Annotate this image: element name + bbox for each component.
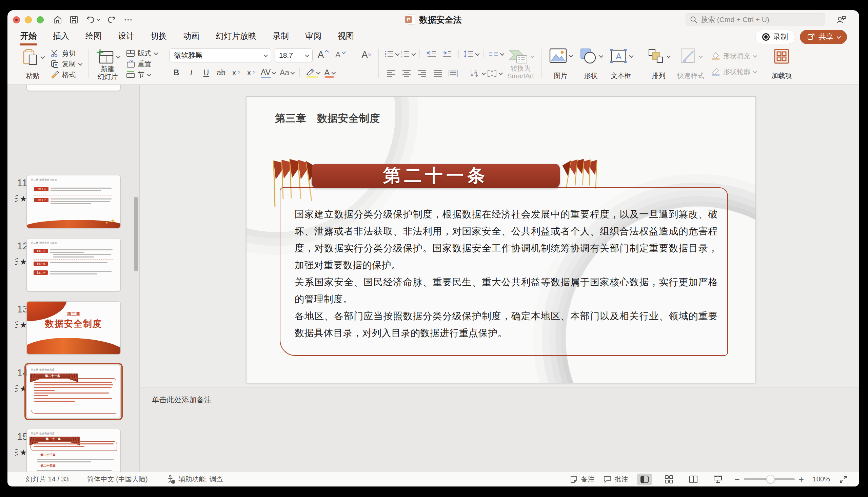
minimize-window-button[interactable] [25,16,32,24]
accessibility-status[interactable]: ! 辅助功能: 调查 [166,474,223,484]
thumbnail-slide-13[interactable]: 13 ★ 第三章 数据安全制度 [8,301,139,356]
bold-button[interactable]: B [170,66,183,79]
slide-body-text[interactable]: 国家建立数据分类分级保护制度，根据数据在经济社会发展中的重要程度，以及一旦遭到篡… [295,206,718,342]
thumbnail-slide-10-partial[interactable] [8,85,139,91]
line-spacing-button[interactable] [464,48,479,60]
thumbnail-slide-11[interactable]: 11 ★ 第二章 数据安全与发展 【第十六条】 【第十七条】 ★ ★ [8,175,139,229]
slide-title[interactable]: 第三章 数据安全制度 [275,112,380,126]
thumbnail-slide-12[interactable]: 12 ★ 第二章 数据安全与发展 【第十八条】 【第十九条】 【第二十条】 [8,238,139,293]
reset-button[interactable]: 重置 [125,59,158,69]
increase-indent-button[interactable] [440,48,454,60]
presence-contact-icon[interactable] [836,15,846,25]
zoom-slider-thumb[interactable] [766,475,775,483]
superscript-button[interactable]: x2 [229,66,243,79]
copy-button[interactable]: 复制 [49,59,83,69]
slide-14-editing-surface[interactable]: 第三章 数据安全制度 [246,96,756,383]
record-button[interactable]: 录制 [755,30,795,44]
tab-review[interactable]: 审阅 [305,29,322,45]
text-direction-button[interactable]: A [470,68,485,79]
slideshow-view-button[interactable] [710,473,725,485]
search-box[interactable] [686,13,825,26]
comments-toggle[interactable]: 批注 [603,474,628,484]
fullscreen-button[interactable] [839,475,848,484]
align-right-button[interactable] [415,68,429,79]
arrange-button[interactable]: 排列 [646,45,672,82]
addins-button[interactable]: 加载项 [769,45,794,82]
zoom-window-button[interactable] [36,16,44,24]
justify-button[interactable] [431,68,444,79]
share-button[interactable]: 共享 [800,30,847,44]
normal-view-button[interactable] [637,473,652,485]
format-painter-button[interactable]: 格式 [49,70,83,80]
close-window-button[interactable] [13,16,20,24]
slide-editor-canvas[interactable]: 第三章 数据安全制度 [140,85,859,387]
tab-view[interactable]: 视图 [337,29,355,45]
more-commands-icon[interactable]: ⋯ [124,18,133,22]
numbering-button[interactable]: 123 [400,48,415,60]
thumbnail-slide-15[interactable]: 15 ★ 第三章 数据安全制度 第二十二条 第二十三条 第二十四条 [8,429,139,471]
character-spacing-button[interactable]: AV [259,66,277,79]
zoom-out-button[interactable]: − [734,475,739,484]
zoom-in-button[interactable]: + [799,475,804,484]
cut-button[interactable]: 剪切 [49,48,83,58]
redo-button[interactable] [107,15,116,24]
paste-button[interactable]: 粘贴 [20,45,46,82]
tab-transitions[interactable]: 切换 [150,29,167,45]
new-slide-button[interactable]: 新建幻灯片 [94,45,121,82]
italic-button[interactable]: I [185,66,198,79]
shape-outline-button[interactable]: 形状轮廓 [710,67,757,77]
undo-button[interactable] [86,15,99,24]
underline-button[interactable]: U [200,66,213,79]
language-indicator[interactable]: 简体中文 (中国大陆) [87,474,148,484]
thumbnail-slide-14-selected[interactable]: 14 ★ 第三章 数据安全制度 第二十一条 [8,365,139,419]
shape-fill-button[interactable]: 形状填充 [710,51,757,61]
zoom-control: − + [734,475,804,484]
bullets-button[interactable] [384,48,398,60]
notes-placeholder[interactable]: 单击此处添加备注 [152,396,211,404]
zoom-level[interactable]: 100% [813,475,830,483]
distribute-text-button[interactable] [446,68,460,79]
traffic-lights [13,16,44,24]
search-input[interactable] [701,16,821,24]
change-case-button[interactable]: Aa [278,66,295,79]
decrease-indent-button[interactable] [425,48,438,60]
notes-pane[interactable]: 单击此处添加备注 [140,387,859,471]
align-center-button[interactable] [400,68,413,79]
tab-slideshow[interactable]: 幻灯片放映 [215,29,257,45]
insert-shapes-button[interactable]: 形状 [577,45,604,82]
insert-picture-button[interactable]: 图片 [547,45,574,82]
section-button[interactable]: 节 [125,70,158,80]
align-left-button[interactable] [384,68,398,79]
tab-design[interactable]: 设计 [117,29,135,45]
tab-insert[interactable]: 插入 [52,29,70,45]
slide-sorter-view-button[interactable] [661,473,677,485]
shapes-icon [579,48,597,64]
tab-record[interactable]: 录制 [272,29,290,45]
clear-formatting-button[interactable]: A◊ [359,48,373,61]
align-text-vertical-button[interactable] [487,68,502,79]
tab-animations[interactable]: 动画 [182,29,200,45]
notes-toggle[interactable]: 备注 [570,474,594,484]
grow-font-button[interactable]: A [316,48,330,61]
shrink-font-button[interactable]: A [333,48,347,61]
save-icon[interactable] [70,15,78,24]
font-color-button[interactable]: A [322,66,336,79]
columns-button[interactable] [488,48,503,60]
reading-view-button[interactable] [686,473,701,485]
font-name-combo[interactable]: 微软雅黑 [170,48,271,62]
subscript-button[interactable]: x2 [244,66,258,79]
panel-scrollbar[interactable] [134,197,138,271]
strikethrough-button[interactable]: ab [214,66,228,79]
quick-styles-button[interactable]: 快速样式 [675,45,706,82]
home-icon[interactable] [53,15,62,24]
article-banner[interactable]: 第二十一条 [312,164,560,188]
font-size-combo[interactable]: 18.7 [275,48,313,62]
increase-indent-icon [442,50,452,58]
layout-button[interactable]: 版式 [125,48,158,58]
zoom-slider[interactable] [744,478,795,480]
text-highlight-button[interactable] [304,66,321,79]
insert-textbox-button[interactable]: A 文本框 [608,45,634,82]
tab-draw[interactable]: 绘图 [85,29,102,45]
tab-home[interactable]: 开始 [20,29,37,45]
convert-to-smartart-button[interactable]: 转换为SmartArt [505,45,536,82]
